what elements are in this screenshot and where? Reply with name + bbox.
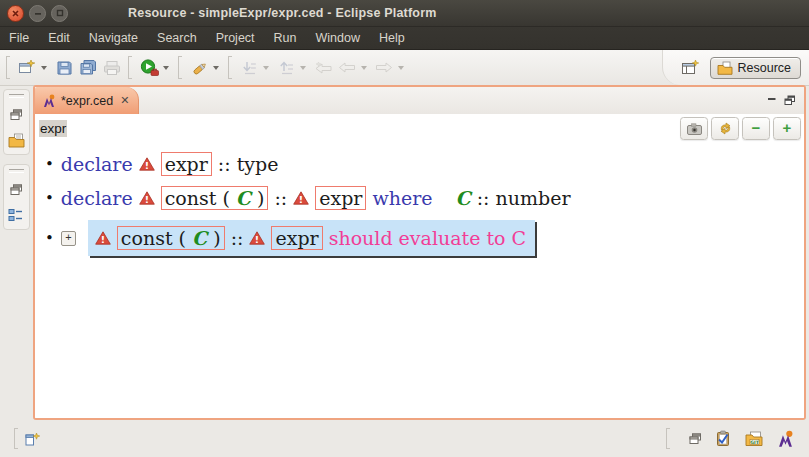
warning-icon: ! — [293, 191, 309, 205]
restore-view-button[interactable] — [689, 433, 702, 445]
expression-line[interactable]: •declare!expr:: type — [43, 150, 796, 177]
main-toolbar: Resource — [0, 50, 809, 86]
menu-window[interactable]: Window — [316, 31, 360, 45]
tasks-view-button[interactable] — [715, 430, 732, 447]
expand-button[interactable]: + — [773, 117, 801, 140]
expression-line[interactable]: •declare!const ( C )::!exprwhereC:: numb… — [43, 184, 796, 211]
ced-logo-icon[interactable] — [776, 430, 795, 448]
fast-view-stack-bottom — [3, 164, 30, 230]
resource-perspective-button[interactable]: Resource — [710, 57, 802, 79]
expression-text: expr — [319, 187, 362, 209]
stack-drag-handle[interactable] — [9, 169, 24, 173]
run-button[interactable] — [137, 56, 161, 80]
new-wizard-dropdown[interactable] — [41, 66, 47, 70]
save-all-button[interactable] — [76, 56, 100, 80]
svg-text:!: ! — [144, 159, 148, 170]
restore-view-button[interactable] — [7, 107, 25, 123]
refresh-icon — [718, 122, 733, 135]
screenshot-button[interactable] — [680, 117, 708, 140]
outline-view-button[interactable] — [7, 207, 25, 223]
svg-text:!: ! — [144, 193, 148, 204]
expand-toggle[interactable]: + — [61, 231, 76, 246]
statusbar-drag-handle[interactable] — [14, 428, 18, 449]
view-window-actions — [759, 87, 804, 114]
expression-list: •declare!expr:: type•declare!const ( C )… — [35, 143, 804, 418]
stack-drag-handle[interactable] — [9, 94, 24, 98]
new-wizard-button[interactable] — [15, 56, 39, 80]
warning-icon: ! — [249, 231, 265, 245]
expression-line[interactable]: •+!const ( C )::!exprshould evaluate to … — [43, 220, 796, 256]
open-perspective-button[interactable] — [679, 56, 703, 80]
menu-help[interactable]: Help — [379, 31, 405, 45]
selected-expression[interactable]: !const ( C )::!exprshould evaluate to C — [88, 220, 535, 256]
filter-input[interactable]: expr — [39, 120, 67, 137]
error-message-text: should evaluate to C — [329, 227, 526, 249]
toolbar-separator — [178, 56, 182, 79]
minimize-view-icon[interactable] — [767, 96, 777, 105]
refresh-button[interactable] — [711, 117, 739, 140]
git-folder-icon: GIT — [745, 431, 763, 447]
perspective-bar: Resource — [662, 50, 809, 85]
expression-text: ) — [251, 187, 264, 209]
warning-icon: ! — [95, 231, 111, 245]
fast-view-stack-top — [3, 89, 30, 155]
title-bar: Resource - simpleExpr/expr.ced - Eclipse… — [0, 0, 809, 27]
fast-view-sidebar — [0, 86, 32, 420]
tab-label: *expr.ced — [61, 94, 113, 108]
keyword-text: where — [372, 187, 432, 209]
menu-search[interactable]: Search — [157, 31, 197, 45]
expression-text: :: — [231, 227, 244, 249]
forward-arrow-icon — [375, 61, 393, 74]
back-button — [335, 56, 359, 80]
save-all-icon — [79, 59, 98, 76]
save-icon — [56, 60, 73, 76]
menu-edit[interactable]: Edit — [48, 31, 70, 45]
previous-annotation-dropdown — [300, 66, 306, 70]
run-dropdown[interactable] — [163, 66, 169, 70]
hole-box[interactable]: const ( C ) — [117, 226, 225, 250]
restore-view-button[interactable] — [7, 182, 25, 198]
keyword-text: declare — [61, 187, 133, 209]
svg-text:!: ! — [255, 234, 259, 245]
maximize-window-button[interactable] — [51, 5, 68, 22]
minimize-window-button[interactable] — [29, 5, 46, 22]
tab-expr-ced[interactable]: *expr.ced ✕ — [35, 87, 139, 114]
hole-box[interactable]: const ( C ) — [161, 186, 269, 210]
tasks-clipboard-icon — [715, 430, 732, 447]
close-window-button[interactable] — [7, 5, 24, 22]
resource-perspective-icon — [717, 61, 733, 75]
bullet-glyph: • — [45, 155, 54, 173]
menu-navigate[interactable]: Navigate — [89, 31, 138, 45]
git-repository-button[interactable]: GIT — [745, 431, 763, 447]
project-explorer-button[interactable] — [7, 132, 25, 148]
menu-file[interactable]: File — [9, 31, 29, 45]
hole-box[interactable]: expr — [315, 186, 366, 210]
minus-icon: − — [752, 120, 761, 135]
menu-project[interactable]: Project — [216, 31, 255, 45]
keyword-text: declare — [61, 153, 133, 175]
hole-box[interactable]: expr — [161, 152, 212, 176]
open-perspective-icon — [681, 59, 700, 76]
hole-box[interactable]: expr — [271, 226, 322, 250]
variable-text: C — [236, 187, 251, 209]
collapse-button[interactable]: − — [742, 117, 770, 140]
fast-view-toggle-button[interactable] — [24, 431, 41, 447]
annotate-pen-button[interactable] — [187, 56, 211, 80]
filter-buttons: − + — [680, 117, 801, 140]
status-bar: GIT — [0, 420, 809, 457]
previous-annotation-icon — [278, 60, 295, 76]
next-annotation-dropdown — [263, 66, 269, 70]
tab-close-icon[interactable]: ✕ — [120, 94, 129, 107]
toolbar-drag-handle[interactable] — [6, 56, 10, 79]
variable-text: C — [192, 227, 207, 249]
menu-run[interactable]: Run — [274, 31, 297, 45]
maximize-view-icon[interactable] — [784, 95, 796, 106]
ced-file-icon — [42, 94, 56, 108]
annotate-pen-dropdown[interactable] — [213, 66, 219, 70]
svg-text:!: ! — [299, 193, 303, 204]
save-button[interactable] — [52, 56, 76, 80]
print-icon — [103, 60, 121, 76]
project-explorer-icon — [8, 133, 25, 148]
back-arrow-icon — [338, 61, 356, 74]
next-annotation-icon — [241, 60, 258, 76]
